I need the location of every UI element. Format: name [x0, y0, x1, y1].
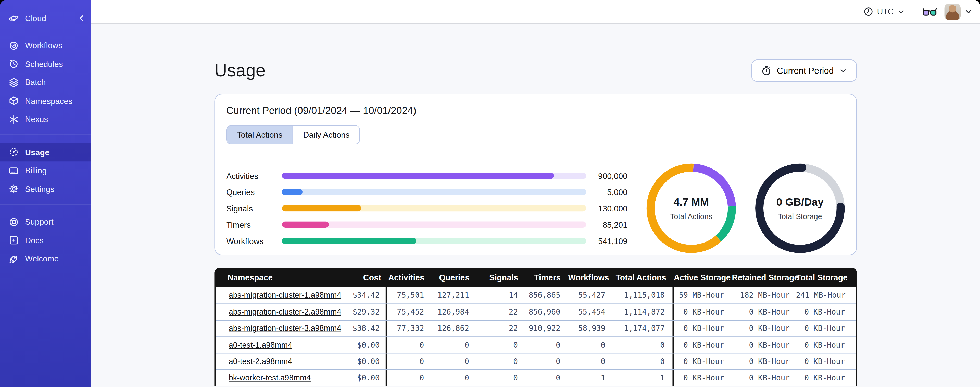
cloud-planet-icon [9, 13, 19, 23]
sidebar-item-nexus[interactable]: Nexus [0, 110, 91, 128]
sidebar-item-billing[interactable]: Billing [0, 162, 91, 180]
workflows-icon [9, 41, 19, 51]
namespace-cell: bk-worker-test.a98mm4 [216, 373, 348, 382]
bar-label: Signals [226, 204, 282, 213]
user-avatar[interactable] [944, 3, 961, 20]
activities-cell: 75,501 [387, 291, 431, 300]
sidebar-item-workflows[interactable]: Workflows [0, 36, 91, 54]
bar-row-queries: Queries 5,000 [226, 184, 627, 200]
workflows-cell: 58,939 [568, 324, 613, 333]
namespace-link[interactable]: a0-test-1.a98mm4 [229, 341, 292, 349]
bar-value: 5,000 [586, 187, 627, 197]
bar-label: Timers [226, 220, 282, 229]
table-body: abs-migration-cluster-1.a98mm4 $34.42 75… [214, 287, 857, 386]
workflows-cell: 0 [568, 357, 613, 366]
main-area: UTC [91, 0, 980, 387]
sidebar-item-batch[interactable]: Batch [0, 73, 91, 92]
queries-cell: 126,862 [431, 324, 476, 333]
namespace-link[interactable]: abs-migration-cluster-3.a98mm4 [229, 324, 341, 333]
box-icon [9, 96, 19, 106]
account-menu-button[interactable] [964, 7, 973, 16]
feedback-glasses-button[interactable] [923, 7, 937, 16]
activities-cell: 0 [387, 373, 431, 382]
column-header-active-storage: Active Storage [674, 273, 732, 282]
bar-fill [282, 205, 361, 212]
activities-cell: 77,332 [387, 324, 431, 333]
sidebar-item-label: Settings [25, 184, 54, 194]
total-storage-cell: 241 MB-Hour [796, 291, 855, 300]
screen: Cloud Workflows Schedules [0, 0, 980, 387]
page-scroll-area[interactable]: Usage Current Period Current Pe [91, 24, 980, 387]
schedules-icon [9, 59, 19, 69]
sidebar-item-schedules[interactable]: Schedules [0, 54, 91, 73]
timezone-selector[interactable]: UTC [860, 4, 908, 19]
namespace-link[interactable]: a0-test-2.a98mm4 [229, 357, 292, 366]
bar-track [282, 205, 586, 212]
namespace-cell: a0-test-1.a98mm4 [216, 341, 348, 349]
workflows-cell: 55,427 [568, 291, 613, 300]
sidebar-item-support[interactable]: Support [0, 213, 91, 231]
timers-cell: 0 [525, 357, 568, 366]
sidebar-item-namespaces[interactable]: Namespaces [0, 92, 91, 110]
bar-value: 130,000 [586, 204, 627, 213]
rocket-icon [9, 254, 19, 264]
active-storage-cell: 0 KB-Hour [673, 373, 732, 382]
namespace-link[interactable]: abs-migration-cluster-1.a98mm4 [229, 291, 341, 300]
sidebar-divider [0, 204, 91, 205]
sidebar-item-welcome[interactable]: Welcome [0, 249, 91, 268]
total-storage-cell: 0 KB-Hour [796, 373, 855, 382]
namespace-cell: abs-migration-cluster-3.a98mm4 [216, 324, 348, 333]
cost-cell: $29.32 [348, 304, 387, 320]
book-plus-icon [9, 235, 19, 245]
retained-storage-cell: 0 KB-Hour [732, 341, 796, 349]
sidebar-header: Cloud [9, 9, 87, 27]
sidebar-item-label: Welcome [25, 254, 59, 264]
chevron-down-icon [840, 67, 847, 74]
total-actions-cell: 1,174,077 [613, 321, 673, 336]
namespace-cell: abs-migration-cluster-2.a98mm4 [216, 308, 348, 316]
signals-cell: 22 [476, 308, 525, 316]
tab-total-actions[interactable]: Total Actions [227, 126, 293, 144]
timers-cell: 0 [525, 341, 568, 349]
period-selector-button[interactable]: Current Period [751, 59, 857, 82]
retained-storage-cell: 0 KB-Hour [732, 373, 796, 382]
total-storage-cell: 0 KB-Hour [796, 357, 855, 366]
active-storage-cell: 59 MB-Hour [673, 291, 732, 300]
total-actions-donut: 4.7 MM Total Actions [646, 163, 737, 253]
timezone-label: UTC [877, 7, 894, 16]
column-header-namespace: Namespace [214, 273, 348, 282]
table-header-row: Namespace Cost Activities Queries Signal… [214, 268, 857, 287]
sidebar-item-label: Batch [25, 78, 46, 87]
namespace-link[interactable]: bk-worker-test.a98mm4 [229, 373, 311, 382]
bar-label: Activities [226, 171, 282, 181]
column-header-workflows: Workflows [568, 273, 613, 282]
retained-storage-cell: 0 KB-Hour [732, 324, 796, 333]
bar-row-activities: Activities 900,000 [226, 168, 627, 184]
cost-cell: $0.00 [348, 353, 387, 369]
total-actions-label: Total Actions [670, 212, 712, 220]
queries-cell: 126,984 [431, 308, 476, 316]
total-storage-cell: 0 KB-Hour [796, 324, 855, 333]
activities-cell: 0 [387, 341, 431, 349]
column-header-queries: Queries [432, 273, 477, 282]
column-header-activities: Activities [387, 273, 432, 282]
timers-cell: 0 [525, 373, 568, 382]
sidebar-item-settings[interactable]: Settings [0, 180, 91, 198]
tab-daily-actions[interactable]: Daily Actions [293, 126, 360, 144]
active-storage-cell: 0 KB-Hour [673, 341, 732, 349]
chevron-down-icon [964, 7, 973, 16]
glasses-icon [923, 7, 937, 16]
clock-icon [864, 7, 873, 16]
sidebar-collapse-button[interactable] [77, 13, 87, 23]
total-storage-value: 0 GB/Day [776, 196, 824, 209]
table-row: abs-migration-cluster-1.a98mm4 $34.42 75… [216, 287, 856, 304]
sidebar-item-usage[interactable]: Usage [0, 143, 91, 162]
total-actions-cell: 1,114,872 [613, 304, 673, 320]
timers-cell: 910,922 [525, 324, 568, 333]
timers-cell: 856,960 [525, 308, 568, 316]
sidebar-item-docs[interactable]: Docs [0, 231, 91, 249]
namespace-link[interactable]: abs-migration-cluster-2.a98mm4 [229, 308, 341, 316]
total-actions-value: 4.7 MM [674, 196, 709, 209]
workflows-cell: 55,454 [568, 308, 613, 316]
queries-cell: 0 [431, 357, 476, 366]
